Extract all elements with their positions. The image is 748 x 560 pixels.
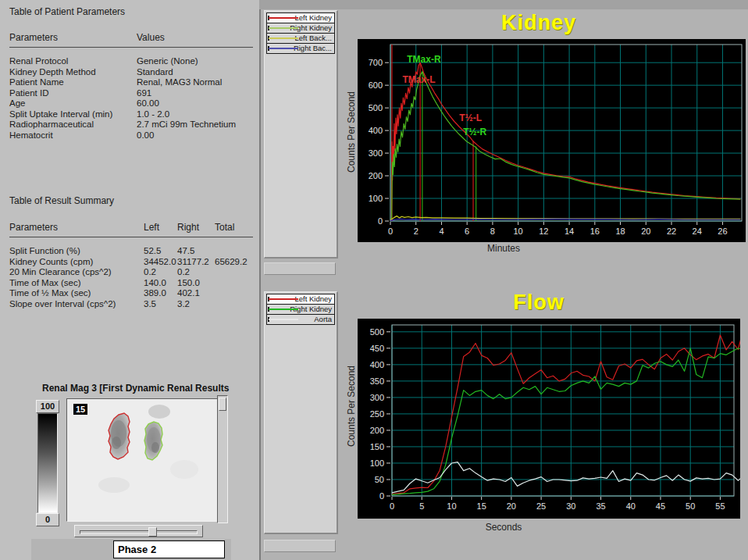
phase-label-field[interactable]: Phase 2 [113, 540, 225, 558]
legend-entry-right-kidney[interactable]: Right Kidney [266, 23, 335, 34]
kidney-legend-subbar [264, 262, 336, 275]
svg-text:20: 20 [641, 226, 650, 236]
flow-chart[interactable]: 0501001502002503003504004505000510152025… [358, 319, 740, 519]
legend-color-sample [269, 48, 298, 49]
summary-table-row: Time of Max (sec)140.0150.0 [9, 278, 253, 289]
svg-text:TMax-R: TMax-R [407, 54, 441, 65]
svg-text:T½-L: T½-L [459, 112, 482, 123]
patient-table-row: Patient ID691 [9, 88, 253, 99]
patient-param-label: Age [9, 98, 137, 109]
svg-text:40: 40 [626, 501, 636, 511]
legend-color-sample [269, 37, 298, 39]
patient-param-value: Generic (None) [137, 56, 253, 67]
flow-y-axis-label: Counts Per Second [346, 340, 357, 473]
svg-text:45: 45 [656, 501, 665, 511]
summary-param-label: 20 Min Clearance (cps^2) [9, 267, 144, 278]
legend-label: Right Bac... [294, 44, 332, 52]
summary-table-row: Slope over Interval (cps^2)3.53.2 [9, 299, 253, 310]
summary-col-right: Right [177, 222, 215, 233]
svg-text:400: 400 [370, 360, 384, 369]
svg-text:50: 50 [686, 501, 695, 511]
slider-thumb[interactable] [148, 527, 157, 537]
svg-text:TMax-L: TMax-L [403, 74, 436, 85]
colorbar-max-button[interactable]: 100 [36, 400, 59, 413]
summary-left-value: 0.2 [144, 267, 177, 278]
legend-label: Aorta [314, 315, 332, 323]
summary-left-value: 389.0 [144, 288, 177, 299]
patient-param-value: 1.0 - 2.0 [137, 109, 253, 120]
summary-left-value: 3.5 [144, 299, 177, 310]
svg-text:10: 10 [514, 226, 523, 236]
svg-text:2: 2 [414, 226, 419, 236]
flow-legend-panel: Left KidneyRight KidneyAorta [264, 291, 338, 534]
patient-table-header: Parameters Values [9, 32, 253, 48]
legend-entry-left-back-[interactable]: Left Back... [266, 33, 335, 44]
patient-param-value: 2.7 mCi 99m Technetium [137, 119, 253, 130]
svg-text:0: 0 [390, 501, 394, 511]
patient-parameters-table: Table of Patient Parameters Parameters V… [9, 6, 253, 141]
summary-table-row: Kidney Counts (cpm)34452.031177.265629.2 [9, 257, 253, 268]
summary-col-left: Left [144, 222, 177, 233]
svg-text:150: 150 [370, 442, 384, 451]
svg-text:22: 22 [667, 226, 676, 236]
svg-text:200: 200 [369, 171, 383, 180]
svg-text:35: 35 [596, 501, 605, 511]
summary-total-value [215, 288, 253, 299]
patient-col-parameters: Parameters [9, 32, 137, 43]
svg-text:300: 300 [370, 393, 384, 402]
kidney-chart[interactable]: 0100200300400500600700024681012141618202… [358, 39, 746, 242]
image-smudge [148, 405, 170, 419]
patient-param-label: Split Uptake Interval (min) [9, 109, 137, 120]
summary-right-value: 47.5 [177, 246, 215, 257]
kidney-legend-panel: Left KidneyRight KidneyLeft Back...Right… [264, 10, 338, 259]
summary-table-rows: Split Function (%)52.547.5Kidney Counts … [9, 246, 253, 309]
svg-text:250: 250 [370, 409, 384, 419]
summary-total-value [215, 267, 253, 278]
summary-table-row: 20 Min Clearance (cps^2)0.20.2 [9, 267, 253, 278]
legend-entry-right-bac-[interactable]: Right Bac... [266, 43, 335, 54]
legend-entry-right-kidney[interactable]: Right Kidney [266, 304, 335, 315]
kidney-legend: Left KidneyRight KidneyLeft Back...Right… [266, 12, 335, 54]
svg-text:T½-R: T½-R [463, 127, 486, 137]
svg-text:0: 0 [378, 216, 383, 226]
summary-param-label: Split Function (%) [9, 246, 144, 257]
kidney-chart-title: Kidney [344, 11, 734, 35]
scintigraphy-image[interactable]: 15 [66, 398, 219, 522]
svg-text:5: 5 [419, 501, 424, 511]
flow-chart-plot: 0501001502002503003504004505000510152025… [358, 319, 740, 519]
svg-text:18: 18 [615, 226, 625, 236]
patient-param-label: Patient ID [9, 88, 137, 99]
patient-param-value: 0.00 [137, 130, 253, 141]
kidney-x-axis-label: Minutes [358, 243, 650, 254]
legend-entry-aorta[interactable]: Aorta [266, 314, 335, 325]
svg-text:30: 30 [566, 501, 575, 511]
flow-chart-title: Flow [344, 291, 734, 315]
horizontal-frame-slider[interactable] [74, 525, 203, 537]
legend-entry-left-kidney[interactable]: Left Kidney [266, 12, 335, 23]
patient-table-row: Age60.00 [9, 98, 253, 109]
svg-text:15: 15 [477, 501, 486, 511]
summary-param-label: Kidney Counts (cpm) [9, 257, 144, 268]
legend-color-sample [269, 27, 298, 29]
renal-analysis-screen: { "patient_table": { "title": "Table of … [0, 0, 748, 560]
summary-left-value: 52.5 [144, 246, 177, 257]
vertical-scrollbar-thumb[interactable] [219, 398, 226, 411]
patient-param-label: Patient Name [9, 77, 137, 88]
patient-param-label: Hematocrit [9, 130, 137, 141]
patient-table-row: Kidney Depth MethodStandard [9, 67, 253, 78]
summary-table-row: Split Function (%)52.547.5 [9, 246, 253, 257]
summary-param-label: Time of Max (sec) [9, 278, 144, 289]
svg-text:0: 0 [388, 226, 393, 236]
svg-text:6: 6 [465, 226, 469, 236]
summary-right-value: 0.2 [177, 267, 215, 278]
patient-param-label: Renal Protocol [9, 56, 137, 67]
legend-entry-left-kidney[interactable]: Left Kidney [266, 294, 335, 305]
svg-text:0: 0 [379, 491, 384, 501]
colorbar-min-button[interactable]: 0 [36, 513, 59, 526]
svg-text:450: 450 [370, 344, 384, 353]
svg-text:12: 12 [539, 226, 548, 236]
flow-x-axis-label: Seconds [358, 522, 650, 533]
summary-total-value: 65629.2 [215, 257, 253, 268]
vertical-scrollbar[interactable] [217, 395, 228, 523]
kidney-scan-image [67, 399, 218, 521]
